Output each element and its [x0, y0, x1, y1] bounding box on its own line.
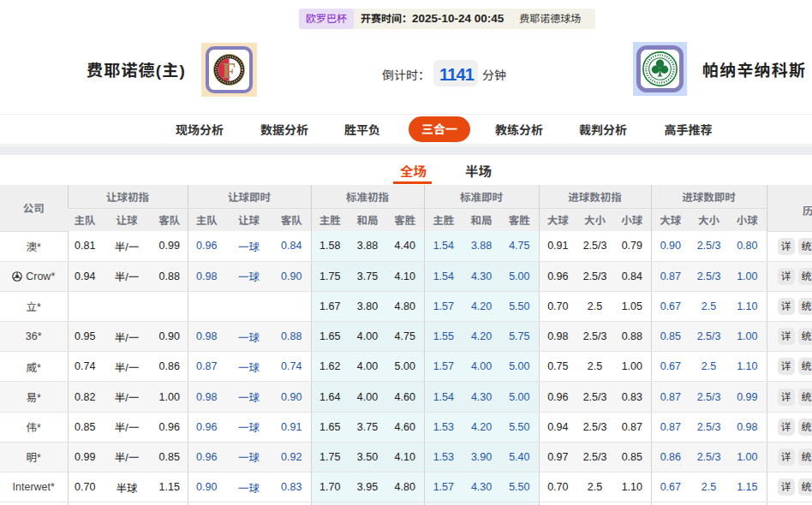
- svg-text:F: F: [223, 58, 236, 83]
